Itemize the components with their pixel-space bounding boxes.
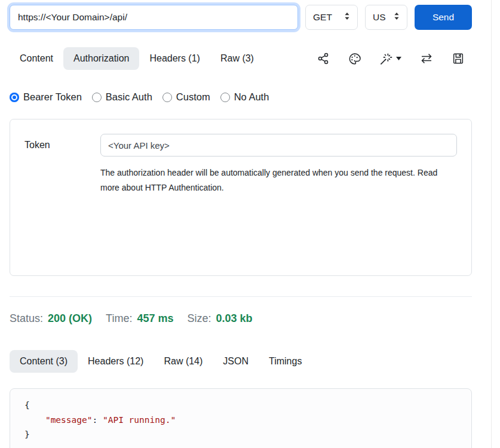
radio-basic-auth[interactable]: Basic Auth <box>92 91 152 103</box>
size-label: Size: <box>187 312 211 325</box>
radio-custom[interactable]: Custom <box>162 91 210 103</box>
url-input[interactable] <box>10 5 298 30</box>
tab-authorization[interactable]: Authorization <box>63 47 139 70</box>
radio-selected-icon <box>10 93 19 102</box>
radio-bearer-token[interactable]: Bearer Token <box>10 91 82 103</box>
region-select-value: US <box>373 12 386 23</box>
radio-no-auth[interactable]: No Auth <box>220 91 269 103</box>
tab-headers[interactable]: Headers (1) <box>139 47 210 70</box>
region-select[interactable]: US <box>365 5 407 30</box>
request-tabs: Content Authorization Headers (1) Raw (3… <box>10 47 472 70</box>
status-label: Status: <box>10 312 43 325</box>
radio-label: Basic Auth <box>106 91 152 103</box>
section-divider <box>10 296 472 297</box>
swap-arrows-icon[interactable] <box>419 52 434 65</box>
time-label: Time: <box>106 312 132 325</box>
json-key: "message" <box>45 415 93 425</box>
resp-tab-content[interactable]: Content (3) <box>10 350 78 373</box>
share-icon[interactable] <box>317 52 330 65</box>
token-panel-body: The authorization header will be automat… <box>100 134 457 261</box>
token-help-text: The authorization header will be automat… <box>100 165 447 195</box>
send-button[interactable]: Send <box>415 5 472 30</box>
resp-tab-raw[interactable]: Raw (14) <box>154 350 213 373</box>
radio-label: Custom <box>176 91 210 103</box>
request-bar: GET US Send <box>10 5 472 30</box>
page-edge-divider <box>491 0 492 448</box>
tab-raw[interactable]: Raw (3) <box>210 47 264 70</box>
request-toolbar <box>317 52 472 66</box>
select-arrows-icon <box>344 12 350 23</box>
radio-unselected-icon <box>162 93 172 102</box>
resp-tab-json[interactable]: JSON <box>213 350 259 373</box>
status-value: 200 (OK) <box>48 312 92 325</box>
time-value: 457 ms <box>137 312 173 325</box>
resp-tab-headers[interactable]: Headers (12) <box>78 350 154 373</box>
api-tester-page: GET US Send Content Authorization Header… <box>10 5 472 448</box>
resp-tab-timings[interactable]: Timings <box>259 350 312 373</box>
method-select-value: GET <box>313 12 332 23</box>
tab-content[interactable]: Content <box>10 47 63 70</box>
response-body-panel: { "message": "API running." } <box>10 388 472 448</box>
token-input[interactable] <box>100 134 457 157</box>
json-separator: : <box>92 415 102 425</box>
method-select[interactable]: GET <box>305 5 358 30</box>
save-icon[interactable] <box>452 52 465 65</box>
auth-type-options: Bearer Token Basic Auth Custom No Auth <box>10 91 472 103</box>
palette-icon[interactable] <box>348 52 361 66</box>
json-line-message: "message": "API running." <box>24 413 471 428</box>
json-line-open-brace: { <box>24 398 471 413</box>
json-line-close-brace: } <box>24 427 471 442</box>
response-status-bar: Status: 200 (OK) Time: 457 ms Size: 0.03… <box>10 312 472 325</box>
radio-unselected-icon <box>92 93 102 102</box>
select-arrows-icon <box>394 12 400 23</box>
token-label: Token <box>24 134 100 261</box>
response-tabs: Content (3) Headers (12) Raw (14) JSON T… <box>10 350 472 373</box>
radio-label: No Auth <box>234 91 269 103</box>
radio-label: Bearer Token <box>23 91 82 103</box>
size-value: 0.03 kb <box>216 312 253 325</box>
magic-wand-dropdown-icon[interactable] <box>379 52 401 66</box>
radio-unselected-icon <box>220 93 230 102</box>
token-panel: Token The authorization header will be a… <box>10 119 472 276</box>
json-value: "API running." <box>103 415 176 425</box>
